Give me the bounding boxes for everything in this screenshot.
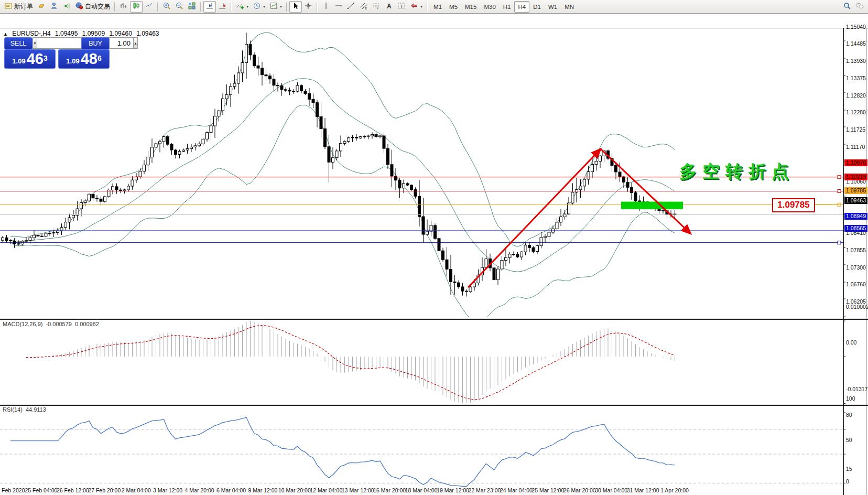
channel-icon: E [360,2,368,12]
account-button[interactable] [48,1,60,13]
hline-icon [334,2,343,12]
svg-text:A: A [387,3,392,10]
x-axis-label: 16 Mar 20:00 [373,487,406,493]
clock-icon [253,2,261,12]
horizontal-line-button[interactable] [332,1,345,13]
chat-icon [855,2,864,12]
x-axis-label: 2 Mar 04:00 [122,487,151,493]
y-axis-tick-label: 1.13930 [846,58,866,64]
y-axis-tick-label: 1.12280 [846,109,866,115]
chat-button[interactable] [853,1,866,13]
crosshair-button[interactable] [302,1,314,13]
x-axis-label: 26 Feb 12:00 [57,487,89,493]
price-badge: 1.10219 [844,174,867,180]
signals-button[interactable] [60,1,73,13]
x-axis-label: 10 Mar 20:00 [278,487,311,493]
indicators-button[interactable]: ▾ [234,1,251,13]
shift-icon [218,2,226,12]
price-badge: 1.09785 [844,187,867,194]
cursor-icon [291,2,300,12]
x-axis-label: 25 Mar 12:00 [531,487,564,493]
y-axis-tick-label: 1.12820 [846,92,866,99]
rsi-axis-label: 100 [846,395,855,402]
x-axis-label: 26 Mar 20:00 [563,487,596,493]
textA-icon: A [385,2,393,12]
auto-trading-button[interactable]: 自动交易 [73,1,112,13]
volume-down-button[interactable]: ▼ [32,37,37,49]
search-button[interactable] [841,1,853,13]
volume-control: ▼ ▲ [32,37,81,49]
chart-shift-button[interactable] [216,1,229,13]
line-chart-mode-button[interactable] [143,1,155,13]
timeframe-m15-button[interactable]: M15 [461,1,480,13]
buy-price-main: 48 [81,51,97,67]
main-toolbar: 新订单自动交易▾▾▾EFAT▾M1M5M15M30H1H4D1W1MN [0,0,868,14]
timeframe-m30-button[interactable]: M30 [480,1,499,13]
timeframe-mn-button[interactable]: MN [561,1,578,13]
crosshair-icon [304,2,312,12]
fibonacci-button[interactable]: F [370,1,383,13]
candlestick-mode-button[interactable] [130,1,143,13]
y-axis-tick-label: 1.11170 [846,144,865,150]
shapes-icon [410,2,418,12]
equidistant-channel-button[interactable]: E [357,1,370,13]
gold-tool-button[interactable] [35,1,48,13]
timeframe-d1-button[interactable]: D1 [529,1,545,13]
autoscroll-icon [205,2,214,12]
templates-button[interactable]: ▾ [267,1,284,13]
y-axis-tick-label: 1.14485 [846,40,866,47]
buy-price-prefix: 1.09 [66,56,79,67]
price-chart-canvas[interactable] [0,14,868,495]
sell-button[interactable]: SELL [4,37,32,50]
timeframe-m5-button[interactable]: M5 [446,1,461,13]
svg-text:T: T [400,4,404,9]
x-axis-label: 3 Mar 12:00 [153,487,182,493]
text-tool-button[interactable]: A [383,1,395,13]
ohlc-high: 1.09509 [82,30,105,37]
timeframe-w1-button[interactable]: W1 [545,1,561,13]
macd-value-signal: 0.000982 [75,321,99,327]
chart-window[interactable]: ▲ EURUSD-,H4 1.09495 1.09509 1.09460 1.0… [0,14,868,495]
dropdown-arrow-icon: ▾ [280,4,282,9]
label-tool-button[interactable]: T [395,1,408,13]
auto-trading-label: 自动交易 [85,2,110,11]
tile-windows-button[interactable] [186,1,198,13]
zoom-out-button[interactable] [173,1,186,13]
timeframe-h1-button[interactable]: H1 [500,1,515,13]
timeframe-m1-button[interactable]: M1 [430,1,446,13]
periods-button[interactable]: ▾ [251,1,267,13]
zoom-in-button[interactable] [160,1,173,13]
buy-price-button[interactable]: 1.09486 [58,49,110,69]
sell-price-button[interactable]: 1.09463 [4,49,56,69]
dropdown-arrow-icon: ▾ [246,4,248,9]
vertical-line-button[interactable] [320,1,332,13]
dropdown-arrow-icon: ▾ [420,4,422,9]
candles-icon [132,2,140,12]
macd-value-main: -0.000579 [46,321,72,327]
trendline-button[interactable] [345,1,357,13]
new-order-button[interactable]: 新订单 [2,1,35,13]
x-axis-label: 18 Mar 04:00 [405,487,438,493]
ohlc-low: 1.09460 [109,30,132,37]
buy-button[interactable]: BUY [81,37,110,50]
linechart-icon [145,2,153,12]
x-axis-label: 24 Mar 04:00 [500,487,533,493]
macd-name: MACD(12,26,9) [3,321,42,327]
buy-price-pip: 6 [97,54,102,62]
zoomin-icon [162,2,171,12]
shapes-button[interactable]: ▾ [408,1,425,13]
labelT-icon: T [397,2,406,12]
x-axis-label: 12 Mar 04:00 [310,487,342,493]
cursor-button[interactable] [289,1,302,13]
timeframe-h4-button[interactable]: H4 [514,1,529,13]
price-badge: 1.09463 [844,197,867,204]
volume-up-button[interactable]: ▲ [133,37,138,49]
auto-scroll-button[interactable] [203,1,216,13]
fibo-icon: F [372,2,381,12]
ticket-icon [4,2,13,12]
x-axis-label: 22 Mar 23:00 [469,487,501,493]
bar-chart-mode-button[interactable] [117,1,130,13]
macd-axis-label: 0.010002 [846,304,868,310]
rsi-axis-label: 0 [846,478,849,485]
x-axis-label: 30 Mar 04:00 [595,487,627,493]
